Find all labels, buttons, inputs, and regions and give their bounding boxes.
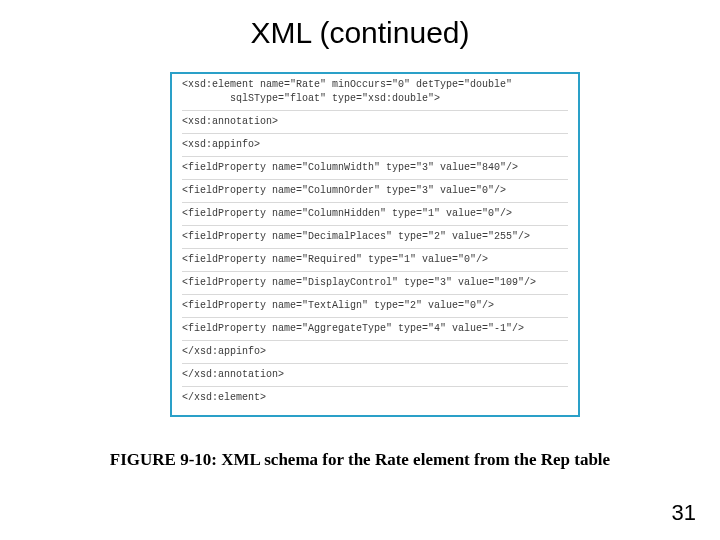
divider — [182, 340, 568, 341]
code-line: <xsd:annotation> — [182, 117, 568, 127]
divider — [182, 133, 568, 134]
code-line: <fieldProperty name="DecimalPlaces" type… — [182, 232, 568, 242]
code-line: sqlSType="float" type="xsd:double"> — [230, 94, 568, 104]
code-line: </xsd:element> — [182, 393, 568, 403]
divider — [182, 363, 568, 364]
code-line: <fieldProperty name="ColumnOrder" type="… — [182, 186, 568, 196]
code-figure: <xsd:element name="Rate" minOccurs="0" d… — [170, 72, 580, 417]
slide: XML (continued) <xsd:element name="Rate"… — [0, 0, 720, 540]
divider — [182, 294, 568, 295]
divider — [182, 386, 568, 387]
code-line: <fieldProperty name="AggregateType" type… — [182, 324, 568, 334]
code-line: <fieldProperty name="ColumnHidden" type=… — [182, 209, 568, 219]
page-title: XML (continued) — [0, 16, 720, 50]
divider — [182, 317, 568, 318]
divider — [182, 110, 568, 111]
divider — [182, 225, 568, 226]
divider — [182, 156, 568, 157]
page-number: 31 — [672, 500, 696, 526]
code-line: <xsd:element name="Rate" minOccurs="0" d… — [182, 80, 568, 90]
divider — [182, 248, 568, 249]
code-line: <fieldProperty name="DisplayControl" typ… — [182, 278, 568, 288]
code-line: </xsd:appinfo> — [182, 347, 568, 357]
code-line: <fieldProperty name="Required" type="1" … — [182, 255, 568, 265]
code-line: <fieldProperty name="ColumnWidth" type="… — [182, 163, 568, 173]
divider — [182, 271, 568, 272]
code-line: <fieldProperty name="TextAlign" type="2"… — [182, 301, 568, 311]
figure-caption: FIGURE 9-10: XML schema for the Rate ele… — [0, 450, 720, 470]
code-line: <xsd:appinfo> — [182, 140, 568, 150]
divider — [182, 202, 568, 203]
code-line: </xsd:annotation> — [182, 370, 568, 380]
divider — [182, 179, 568, 180]
